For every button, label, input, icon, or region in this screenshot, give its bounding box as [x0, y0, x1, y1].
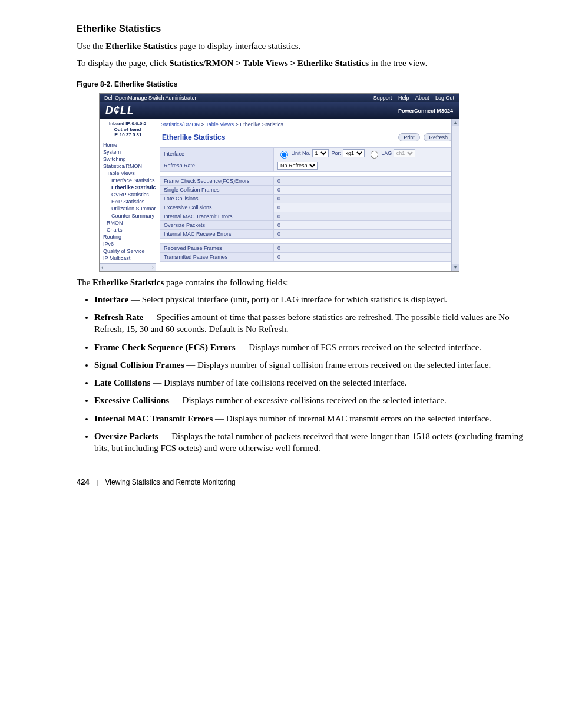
table-row: Single Collision Frames0	[160, 186, 455, 195]
crumb-link[interactable]: Statistics/RMON	[161, 121, 200, 127]
after-figure-text: The Etherlike Statistics page contains t…	[77, 276, 527, 289]
field-name: Internal MAC Transmit Errors	[94, 414, 213, 423]
ip-info: Inband IP:0.0.0.0 Out-of-band IP:10.27.5…	[100, 119, 156, 140]
table-row: Frame Check Sequence(FCS)Errors0	[160, 177, 455, 186]
table-row: Excessive Collisions0	[160, 203, 455, 212]
stat-value: 0	[274, 253, 455, 262]
field-desc: — Specifies amount of time that passes b…	[94, 312, 510, 334]
stat-value: 0	[274, 244, 455, 253]
list-item: Refresh Rate — Specifies amount of time …	[94, 311, 527, 335]
intro-paragraph-2: To display the page, click Statistics/RM…	[77, 57, 527, 70]
list-item: Internal MAC Transmit Errors — Displays …	[94, 413, 527, 424]
select-port[interactable]: xg1	[343, 149, 365, 157]
link-help[interactable]: Help	[398, 95, 409, 101]
tree-item[interactable]: Routing	[102, 233, 156, 241]
intro-paragraph-1: Use the Etherlike Statistics page to dis…	[77, 40, 527, 52]
list-item: Frame Check Sequence (FCS) Errors — Disp…	[94, 341, 527, 353]
list-item: Oversize Packets — Displays the total nu…	[94, 430, 527, 454]
stat-value: 0	[274, 195, 455, 203]
field-desc: — Displays number of excessive collision…	[169, 396, 447, 405]
field-name: Interface	[94, 295, 128, 304]
stat-label: Excessive Collisions	[160, 203, 274, 212]
field-name: Frame Check Sequence (FCS) Errors	[94, 342, 236, 352]
app-titlebar: Dell OpenManage Switch Administrator Sup…	[100, 94, 459, 102]
link-support[interactable]: Support	[373, 95, 392, 101]
stat-label: Frame Check Sequence(FCS)Errors	[160, 177, 274, 186]
page-name: Etherlike Statistics	[105, 41, 177, 51]
refresh-button[interactable]: Refresh	[424, 133, 453, 141]
link-logout[interactable]: Log Out	[435, 95, 454, 101]
tree-item[interactable]: GVRP Statistics	[102, 191, 156, 198]
stat-value: 0	[274, 186, 455, 195]
figure-caption: Figure 8-2. Etherlike Statistics	[77, 80, 527, 88]
stat-label: Internal MAC Receive Errors	[160, 230, 274, 239]
dell-logo: D¢LL	[105, 104, 134, 117]
text: Use the	[77, 41, 105, 51]
nav-tree[interactable]: Inband IP:0.0.0.0 Out-of-band IP:10.27.5…	[100, 119, 156, 271]
tree-item-selected[interactable]: Etherlike Statistics	[102, 184, 156, 191]
field-name: Oversize Packets	[94, 431, 158, 441]
section-heading: Etherlike Statistics	[77, 24, 527, 34]
scroll-down-icon[interactable]: ▾	[452, 264, 459, 271]
tree-item[interactable]: RMON	[102, 219, 156, 226]
stat-label: Late Collisions	[160, 195, 274, 203]
stat-label: Single Collision Frames	[160, 186, 274, 195]
select-lag[interactable]: ch1	[394, 149, 415, 157]
row-value: No Refresh	[274, 160, 455, 172]
label-unitno: Unit No.	[292, 150, 311, 156]
tree-horizontal-scrollbar[interactable]: ‹›	[100, 263, 156, 271]
field-desc: — Displays the total number of packets r…	[94, 431, 523, 453]
text: page to display interface statistics.	[177, 41, 300, 51]
nav-path: Statistics/RMON > Table Views > Etherlik…	[169, 58, 369, 68]
row-label: Interface	[160, 148, 274, 160]
crumb-link[interactable]: Table Views	[206, 121, 234, 127]
tree-item[interactable]: Switching	[102, 156, 156, 163]
text: in the tree view.	[369, 58, 427, 68]
interface-table: Interface Unit No. 1 Port xg1 LAG ch1	[160, 147, 455, 172]
list-item: Signal Collision Frames — Displays numbe…	[94, 359, 527, 371]
table-row: Transmitted Pause Frames0	[160, 253, 455, 262]
tree-item[interactable]: IPv6	[102, 241, 156, 248]
select-refresh-rate[interactable]: No Refresh	[277, 162, 318, 170]
app-title: Dell OpenManage Switch Administrator	[104, 95, 197, 101]
inband-ip: Inband IP:0.0.0.0	[101, 121, 154, 127]
tree-item[interactable]: Home	[102, 141, 156, 149]
crumb-current: Etherlike Statistics	[240, 121, 283, 127]
radio-lag[interactable]	[371, 151, 378, 159]
list-item: Late Collisions — Displays number of lat…	[94, 377, 527, 388]
text: To display the page, click	[77, 58, 169, 68]
tree-item[interactable]: Utilization Summary	[102, 205, 156, 212]
tree-item[interactable]: Table Views	[102, 170, 156, 177]
radio-unit[interactable]	[280, 151, 288, 159]
tree-item[interactable]: System	[102, 149, 156, 156]
stat-value: 0	[274, 221, 455, 230]
field-desc: — Displays number of signal collision fr…	[184, 360, 491, 370]
vertical-scrollbar[interactable]: ▴ ▾	[451, 119, 459, 271]
field-list: Interface — Select physical interface (u…	[94, 294, 527, 454]
tree-item[interactable]: Interface Statistics	[102, 177, 156, 184]
pause-table: Received Pause Frames0 Transmitted Pause…	[160, 243, 455, 262]
stat-label: Oversize Packets	[160, 221, 274, 230]
tree-item[interactable]: Counter Summary	[102, 212, 156, 219]
outofband-ip: Out-of-band IP:10.27.5.31	[101, 127, 154, 138]
tree-item[interactable]: IP Multicast	[102, 255, 156, 262]
page-footer: 424 | Viewing Statistics and Remote Moni…	[77, 477, 527, 486]
tree-item[interactable]: Charts	[102, 226, 156, 233]
link-about[interactable]: About	[415, 95, 429, 101]
scroll-up-icon[interactable]: ▴	[452, 119, 459, 126]
row-value: Unit No. 1 Port xg1 LAG ch1	[274, 148, 455, 160]
table-row: Oversize Packets0	[160, 221, 455, 230]
field-desc: — Displays number of internal MAC transm…	[213, 414, 491, 423]
print-button[interactable]: Print	[398, 133, 420, 141]
tree-item[interactable]: Statistics/RMON	[102, 163, 156, 170]
select-unit[interactable]: 1	[312, 149, 329, 157]
tree-item[interactable]: Quality of Service	[102, 248, 156, 255]
table-row: Received Pause Frames0	[160, 244, 455, 253]
stat-label: Internal MAC Transmit Errors	[160, 212, 274, 221]
row-label: Refresh Rate	[160, 160, 274, 172]
tree-item[interactable]: EAP Statistics	[102, 198, 156, 205]
field-name: Signal Collision Frames	[94, 360, 184, 370]
table-row: Internal MAC Transmit Errors0	[160, 212, 455, 221]
field-name: Late Collisions	[94, 378, 150, 387]
table-row: Late Collisions0	[160, 195, 455, 203]
